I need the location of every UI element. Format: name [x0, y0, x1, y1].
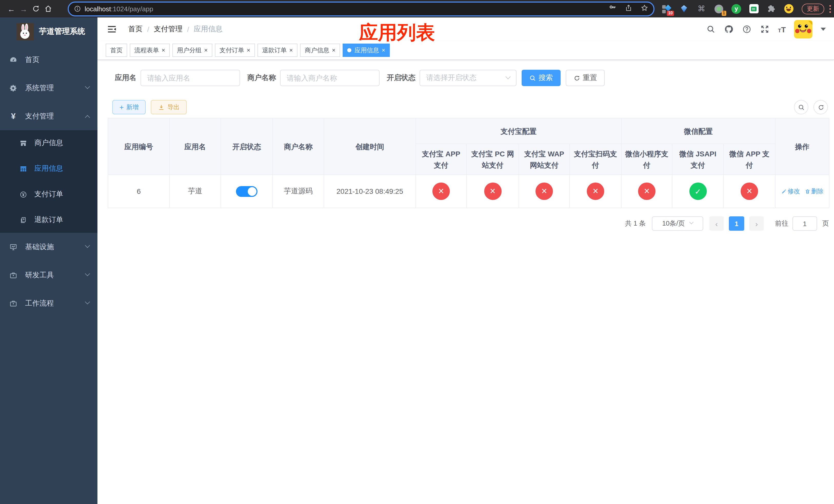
close-icon[interactable]: ×: [289, 47, 293, 53]
sidebar-item-home[interactable]: 首页: [0, 46, 97, 74]
tab-pay-orders[interactable]: 支付订单×: [215, 44, 255, 57]
sidebar-item-merchant-info[interactable]: 商户信息: [0, 130, 97, 156]
browser-reload-icon[interactable]: [30, 3, 42, 15]
close-icon[interactable]: ×: [204, 47, 208, 53]
sidebar-item-workflow[interactable]: 工作流程: [0, 289, 97, 317]
extension-icons: 10 ⌘ 1 y: [662, 4, 793, 14]
app-title: 芋道管理系统: [39, 27, 85, 37]
page-number-button[interactable]: 1: [729, 216, 744, 231]
add-button[interactable]: + 新增: [112, 100, 146, 114]
edit-link[interactable]: 修改: [781, 187, 800, 196]
tab-merchant-info[interactable]: 商户信息×: [300, 44, 340, 57]
actions-column-header: 操作: [775, 118, 829, 175]
column-header: 微信 JSAPI 支付: [672, 144, 723, 175]
browser-back-icon[interactable]: ←: [5, 3, 18, 15]
status-toggle[interactable]: [236, 186, 258, 197]
cell-config: [621, 175, 672, 208]
help-icon[interactable]: [742, 24, 752, 34]
table-row: 6 芋道 芋道源码 2021-10-23 08:49:25: [108, 175, 829, 208]
merchant-name-input[interactable]: [280, 70, 379, 86]
browser-forward-icon[interactable]: →: [18, 3, 30, 15]
browser-home-icon[interactable]: [42, 3, 54, 15]
extension-gem-icon[interactable]: [679, 4, 689, 14]
github-icon[interactable]: [724, 24, 734, 34]
sidebar-item-pay-orders[interactable]: 支付订单: [0, 182, 97, 207]
chevron-down-icon: [85, 299, 90, 304]
sidebar-item-app-info[interactable]: 应用信息: [0, 156, 97, 182]
close-icon[interactable]: ×: [332, 47, 335, 53]
close-icon[interactable]: ×: [381, 47, 385, 53]
sidebar-item-label: 首页: [25, 55, 89, 64]
column-header: 应用编号: [108, 118, 170, 175]
browser-update-button[interactable]: 更新: [802, 3, 824, 14]
font-size-icon[interactable]: TT: [778, 25, 786, 33]
password-key-icon[interactable]: [609, 4, 616, 14]
extensions-puzzle-icon[interactable]: [766, 4, 776, 14]
cell-created-at: 2021-10-23 08:49:25: [324, 175, 416, 208]
extension-y-icon[interactable]: y: [731, 4, 741, 14]
extension-chat-icon[interactable]: [749, 4, 759, 14]
breadcrumb-separator: /: [187, 25, 189, 33]
cell-config: [466, 175, 519, 208]
refresh-button[interactable]: [813, 100, 828, 114]
sidebar-item-payment[interactable]: ¥ 支付管理: [0, 102, 97, 130]
column-header: 应用名: [170, 118, 221, 175]
profile-emoji-icon[interactable]: [784, 4, 793, 14]
app-logo-row[interactable]: 芋道管理系统: [0, 18, 97, 46]
share-icon[interactable]: [625, 4, 632, 14]
page-size-select[interactable]: 10条/页: [652, 216, 703, 231]
tag-tab-bar: 首页 流程表单× 用户分组× 支付订单× 退款订单× 商户信息× 应用信息×: [97, 41, 834, 60]
tab-refund-orders[interactable]: 退款订单×: [258, 44, 298, 57]
sidebar-fold-icon[interactable]: [107, 24, 117, 35]
sidebar-item-system[interactable]: 系统管理: [0, 74, 97, 102]
sidebar-item-dev-tools[interactable]: 研发工具: [0, 261, 97, 289]
sidebar: 芋道管理系统 首页 系统管理 ¥ 支付管理: [0, 18, 97, 504]
prev-page-button[interactable]: ‹: [709, 216, 724, 231]
url-path: :1024/pay/app: [111, 5, 153, 13]
next-page-button[interactable]: ›: [749, 216, 764, 231]
pencil-icon: [781, 188, 787, 194]
sidebar-item-label: 支付订单: [35, 190, 63, 199]
user-avatar[interactable]: [794, 20, 812, 39]
fullscreen-icon[interactable]: [760, 24, 770, 34]
column-header: 微信 APP 支付: [723, 144, 775, 175]
export-button[interactable]: 导出: [151, 100, 187, 114]
address-bar[interactable]: localhost:1024/pay/app: [68, 1, 655, 16]
tab-process-form[interactable]: 流程表单×: [130, 44, 170, 57]
close-icon[interactable]: ×: [161, 47, 165, 53]
breadcrumb-payment[interactable]: 支付管理: [154, 25, 182, 34]
browser-menu-icon[interactable]: [829, 5, 831, 13]
sidebar-item-infrastructure[interactable]: 基础设施: [0, 233, 97, 261]
tab-user-group[interactable]: 用户分组×: [172, 44, 212, 57]
reset-button[interactable]: 重置: [566, 70, 605, 86]
search-button[interactable]: 搜索: [522, 70, 561, 86]
main-header: 首页 / 支付管理 / 应用信息: [97, 18, 834, 41]
extension-command-icon[interactable]: ⌘: [697, 4, 706, 14]
yen-circle-icon: [20, 190, 27, 198]
search-icon[interactable]: [706, 24, 716, 34]
extension-record-icon[interactable]: 1: [714, 4, 724, 14]
goto-label: 前往: [775, 219, 788, 228]
bookmark-star-icon[interactable]: [641, 4, 648, 14]
extension-grid-icon[interactable]: 10: [662, 4, 672, 14]
app-name-input[interactable]: [140, 70, 240, 86]
toggle-search-button[interactable]: [794, 100, 808, 114]
sidebar-item-refund-orders[interactable]: 退款订单: [0, 207, 97, 233]
tab-home[interactable]: 首页: [106, 44, 127, 57]
sidebar-item-label: 系统管理: [25, 83, 86, 93]
cell-config: [723, 175, 775, 208]
goto-page-input[interactable]: [792, 216, 817, 231]
filter-form: 应用名 商户名称 开启状态 请选择开启状态 搜索 重置: [108, 70, 829, 86]
config-status-icon: [689, 183, 706, 200]
wechat-group-header: 微信配置: [621, 118, 775, 144]
column-header: 商户名称: [272, 118, 324, 175]
status-select[interactable]: 请选择开启状态: [420, 70, 517, 86]
close-icon[interactable]: ×: [247, 47, 250, 53]
site-info-icon[interactable]: [74, 5, 81, 12]
breadcrumb-home[interactable]: 首页: [128, 25, 142, 34]
delete-link[interactable]: 删除: [805, 187, 824, 196]
yen-icon: ¥: [9, 112, 18, 120]
status-label: 开启状态: [384, 73, 420, 83]
avatar-caret-icon[interactable]: [821, 28, 826, 31]
sidebar-item-label: 基础设施: [25, 242, 86, 251]
